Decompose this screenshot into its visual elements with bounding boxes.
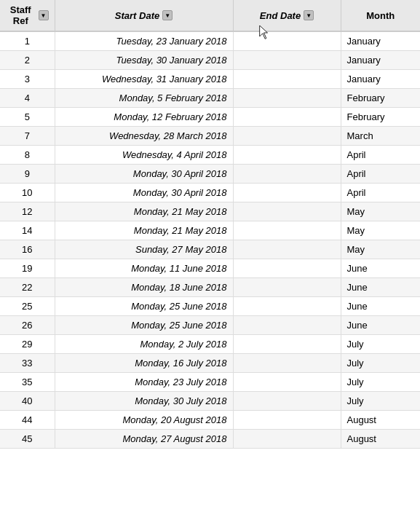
cell-start-date: Monday, 18 June 2018 bbox=[55, 278, 233, 297]
data-table: Staff Ref ▼ Start Date ▼ End Date ▼ bbox=[0, 0, 420, 449]
cell-end-date bbox=[233, 297, 341, 316]
cell-month: January bbox=[341, 51, 420, 70]
table-row: 1Tuesday, 23 January 2018January bbox=[0, 31, 420, 51]
cell-end-date bbox=[233, 127, 341, 146]
cell-end-date bbox=[233, 430, 341, 449]
cell-month: March bbox=[341, 127, 420, 146]
table-row: 9Monday, 30 April 2018April bbox=[0, 165, 420, 184]
table-row: 8Wednesday, 4 April 2018April bbox=[0, 146, 420, 165]
cell-month: June bbox=[341, 259, 420, 278]
cell-end-date bbox=[233, 335, 341, 354]
col-header-month[interactable]: Month bbox=[341, 0, 420, 31]
cell-staff-ref: 1 bbox=[0, 31, 55, 51]
cell-month: July bbox=[341, 354, 420, 373]
table-row: 22Monday, 18 June 2018June bbox=[0, 278, 420, 297]
cell-staff-ref: 9 bbox=[0, 165, 55, 184]
cell-end-date bbox=[233, 392, 341, 411]
cell-end-date bbox=[233, 165, 341, 184]
cell-start-date: Monday, 11 June 2018 bbox=[55, 259, 233, 278]
col-header-end-date[interactable]: End Date ▼ bbox=[233, 0, 341, 31]
cell-staff-ref: 35 bbox=[0, 373, 55, 392]
cell-staff-ref: 19 bbox=[0, 259, 55, 278]
cell-end-date bbox=[233, 108, 341, 127]
cell-end-date bbox=[233, 316, 341, 335]
cell-staff-ref: 10 bbox=[0, 184, 55, 202]
cell-staff-ref: 26 bbox=[0, 316, 55, 335]
cell-staff-ref: 40 bbox=[0, 392, 55, 411]
cell-staff-ref: 45 bbox=[0, 430, 55, 449]
cell-month: April bbox=[341, 184, 420, 202]
cell-staff-ref: 29 bbox=[0, 335, 55, 354]
table-row: 7Wednesday, 28 March 2018March bbox=[0, 127, 420, 146]
cell-month: July bbox=[341, 392, 420, 411]
cell-staff-ref: 2 bbox=[0, 51, 55, 70]
table-row: 12Monday, 21 May 2018May bbox=[0, 202, 420, 221]
cell-month: May bbox=[341, 221, 420, 240]
table-row: 45Monday, 27 August 2018August bbox=[0, 430, 420, 449]
cell-end-date bbox=[233, 202, 341, 221]
cell-month: July bbox=[341, 373, 420, 392]
col-header-staff-ref[interactable]: Staff Ref ▼ bbox=[0, 0, 55, 31]
cell-month: June bbox=[341, 278, 420, 297]
cell-month: May bbox=[341, 202, 420, 221]
cell-month: April bbox=[341, 146, 420, 165]
cell-start-date: Monday, 2 July 2018 bbox=[55, 335, 233, 354]
cell-staff-ref: 33 bbox=[0, 354, 55, 373]
sort-end-date-button[interactable]: ▼ bbox=[304, 10, 314, 20]
cell-start-date: Monday, 30 April 2018 bbox=[55, 184, 233, 202]
cell-staff-ref: 8 bbox=[0, 146, 55, 165]
cell-start-date: Monday, 25 June 2018 bbox=[55, 297, 233, 316]
cell-month: May bbox=[341, 240, 420, 259]
cell-staff-ref: 4 bbox=[0, 89, 55, 108]
table-row: 2Tuesday, 30 January 2018January bbox=[0, 51, 420, 70]
cell-start-date: Monday, 23 July 2018 bbox=[55, 373, 233, 392]
cell-staff-ref: 22 bbox=[0, 278, 55, 297]
table-row: 25Monday, 25 June 2018June bbox=[0, 297, 420, 316]
cell-staff-ref: 12 bbox=[0, 202, 55, 221]
cell-start-date: Monday, 27 August 2018 bbox=[55, 430, 233, 449]
cell-end-date bbox=[233, 70, 341, 89]
cell-end-date bbox=[233, 146, 341, 165]
table-row: 44Monday, 20 August 2018August bbox=[0, 411, 420, 430]
cell-month: January bbox=[341, 31, 420, 51]
cell-staff-ref: 25 bbox=[0, 297, 55, 316]
cell-end-date bbox=[233, 89, 341, 108]
col-header-start-date-label: Start Date bbox=[115, 10, 159, 21]
cell-end-date bbox=[233, 184, 341, 202]
cell-end-date bbox=[233, 31, 341, 51]
cell-start-date: Monday, 30 April 2018 bbox=[55, 165, 233, 184]
table-row: 3Wednesday, 31 January 2018January bbox=[0, 70, 420, 89]
cell-end-date bbox=[233, 278, 341, 297]
table-row: 29Monday, 2 July 2018July bbox=[0, 335, 420, 354]
cell-month: June bbox=[341, 316, 420, 335]
cell-end-date bbox=[233, 354, 341, 373]
cell-start-date: Wednesday, 31 January 2018 bbox=[55, 70, 233, 89]
cell-start-date: Tuesday, 30 January 2018 bbox=[55, 51, 233, 70]
col-header-start-date[interactable]: Start Date ▼ bbox=[55, 0, 233, 31]
table-header-row: Staff Ref ▼ Start Date ▼ End Date ▼ bbox=[0, 0, 420, 31]
cell-start-date: Sunday, 27 May 2018 bbox=[55, 240, 233, 259]
table-row: 26Monday, 25 June 2018June bbox=[0, 316, 420, 335]
cell-month: February bbox=[341, 89, 420, 108]
sort-staff-ref-button[interactable]: ▼ bbox=[39, 10, 49, 20]
cell-month: August bbox=[341, 430, 420, 449]
cell-staff-ref: 14 bbox=[0, 221, 55, 240]
cell-staff-ref: 5 bbox=[0, 108, 55, 127]
table-row: 14Monday, 21 May 2018May bbox=[0, 221, 420, 240]
cell-end-date bbox=[233, 259, 341, 278]
table-row: 40Monday, 30 July 2018July bbox=[0, 392, 420, 411]
sort-start-date-button[interactable]: ▼ bbox=[162, 10, 173, 20]
cell-staff-ref: 44 bbox=[0, 411, 55, 430]
cell-start-date: Monday, 5 February 2018 bbox=[55, 89, 233, 108]
cell-month: April bbox=[341, 165, 420, 184]
cell-end-date bbox=[233, 51, 341, 70]
cell-start-date: Tuesday, 23 January 2018 bbox=[55, 31, 233, 51]
cell-end-date bbox=[233, 221, 341, 240]
cell-start-date: Monday, 21 May 2018 bbox=[55, 221, 233, 240]
cell-staff-ref: 3 bbox=[0, 70, 55, 89]
table-row: 10Monday, 30 April 2018April bbox=[0, 184, 420, 202]
cell-month: June bbox=[341, 297, 420, 316]
table-row: 5Monday, 12 February 2018February bbox=[0, 108, 420, 127]
col-header-end-date-label: End Date bbox=[260, 10, 301, 21]
col-header-month-label: Month bbox=[366, 10, 395, 21]
